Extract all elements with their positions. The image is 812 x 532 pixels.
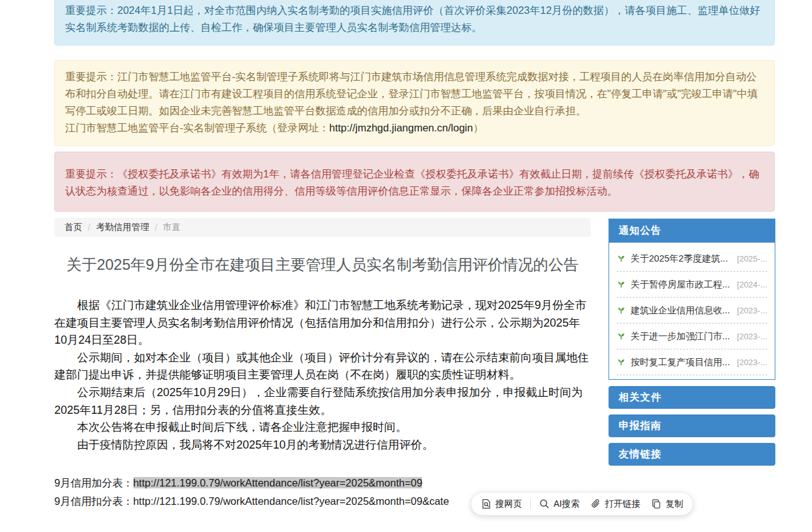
deduct-link-url[interactable]: http://121.199.0.79/workAttendance/list?… (133, 495, 449, 507)
article-paragraph: 由于疫情防控原因，我局将不对2025年10月的考勤情况进行信用评价。 (54, 437, 591, 454)
alert-warning-login-suffix: ） (473, 122, 483, 133)
search-web-label: 搜网页 (495, 499, 522, 510)
bonus-link-label: 9月信用加分表： (54, 477, 133, 488)
sprout-icon (617, 358, 626, 366)
alert-info-text: 重要提示：2024年1月1日起，对全市范围内纳入实名制考勤的项目实施信用评价（首… (65, 4, 760, 33)
open-link-button[interactable]: 打开链接 (590, 499, 640, 510)
bonus-link-row: 9月信用加分表：http://121.199.0.79/workAttendan… (54, 474, 591, 492)
bonus-link-url[interactable]: http://121.199.0.79/workAttendance/list?… (133, 477, 423, 488)
notice-date: [2023-... (737, 358, 767, 367)
deduct-link-label: 9月信用扣分表： (54, 495, 133, 507)
notice-list-item[interactable]: 关于暂停房屋市政工程... [2024-... (617, 272, 767, 298)
link-icon (590, 499, 601, 509)
article-paragraph: 公示期结束后（2025年10月29日），企业需要自行登陆系统按信用加分表申报加分… (54, 384, 591, 419)
alert-warning-text: 重要提示：江门市智慧工地监管平台-实名制管理子系统即将与江门市建筑市场信用信息管… (65, 68, 764, 119)
notice-title: 建筑业企业信用信息收... (631, 305, 734, 317)
notice-list-item[interactable]: 建筑业企业信用信息收... [2023-... (617, 298, 767, 323)
notice-list-item[interactable]: 按时复工复产项目信用... [2023-... (617, 349, 767, 375)
ai-search-label: AI搜索 (554, 499, 579, 510)
notice-list-item[interactable]: 关于2025年2季度建筑... [2025-... (617, 246, 767, 272)
article-paragraph: 公示期间，如对本企业（项目）或其他企业（项目）评价计分有异议的，请在公示结束前向… (54, 349, 591, 384)
alert-warning-login-line: 江门市智慧工地监管平台-实名制管理子系统（登录网址：http://jmzhgd.… (65, 119, 764, 136)
notice-date: [2023-... (737, 306, 767, 315)
notice-date: [2025-... (737, 254, 767, 263)
search-web-button[interactable]: 搜网页 (481, 499, 522, 510)
alert-warning: 重要提示：江门市智慧工地监管平台-实名制管理子系统即将与江门市建筑市场信用信息管… (54, 60, 775, 146)
open-link-label: 打开链接 (605, 499, 640, 510)
notice-date: [2024-... (737, 280, 767, 289)
selection-toolbar: 搜网页 AI搜索 打开链接 复制 (471, 492, 693, 516)
magnifier-icon (539, 499, 550, 509)
alert-danger: 重要提示：《授权委托及承诺书》有效期为1年，请各信用管理登记企业检查《授权委托及… (54, 152, 775, 212)
copy-button[interactable]: 复制 (651, 499, 683, 510)
notice-title: 按时复工复产项目信用... (631, 356, 734, 368)
copy-label: 复制 (665, 499, 683, 510)
sprout-icon (617, 254, 626, 263)
search-page-icon (481, 499, 492, 509)
notice-list-item[interactable]: 关于进一步加强江门市... [2023-... (617, 323, 767, 349)
notice-title: 关于进一步加强江门市... (631, 330, 734, 342)
page: 重要提示：2024年1月1日起，对全市范围内纳入实名制考勤的项目实施信用评价（首… (0, 0, 812, 532)
notice-title: 关于2025年2季度建筑... (631, 253, 734, 265)
alert-info: 重要提示：2024年1月1日起，对全市范围内纳入实名制考勤的项目实施信用评价（首… (54, 0, 775, 45)
breadcrumb: 首页 / 考勤信用管理 / 市直 (54, 218, 591, 237)
alert-warning-login-prefix: 江门市智慧工地监管平台-实名制管理子系统（登录网址： (65, 122, 329, 133)
ai-search-button[interactable]: AI搜索 (539, 499, 579, 510)
sidebar: 通知公告 关于2025年2季度建筑... [2025-... 关于暂停房屋市政工… (609, 219, 775, 466)
article-paragraph: 本次公告将在申报截止时间后下线，请各企业注意把握申报时间。 (54, 419, 591, 437)
page-title: 关于2025年9月份全市在建项目主要管理人员实名制考勤信用评价情况的公告 (54, 253, 591, 277)
breadcrumb-current: 市直 (163, 222, 181, 233)
notice-date: [2023-... (737, 332, 767, 341)
breadcrumb-section[interactable]: 考勤信用管理 (96, 222, 149, 233)
breadcrumb-home[interactable]: 首页 (64, 222, 82, 233)
article-body: 根据《江门市建筑业企业信用管理评价标准》和江门市智慧工地系统考勤记录，现对202… (54, 297, 591, 454)
notice-title: 关于暂停房屋市政工程... (631, 279, 734, 291)
sprout-icon (617, 332, 626, 341)
toolbar-divider (530, 499, 531, 509)
notice-list: 关于2025年2季度建筑... [2025-... 关于暂停房屋市政工程... … (609, 243, 775, 380)
breadcrumb-separator: / (88, 222, 90, 233)
sidebar-item-declare-guide[interactable]: 申报指南 (609, 414, 775, 437)
sidebar-item-related-files[interactable]: 相关文件 (609, 386, 775, 409)
sprout-icon (617, 280, 626, 289)
copy-icon (651, 499, 662, 509)
alert-danger-text: 重要提示：《授权委托及承诺书》有效期为1年，请各信用管理登记企业检查《授权委托及… (65, 168, 759, 196)
sprout-icon (617, 306, 626, 315)
sidebar-item-friend-links[interactable]: 友情链接 (609, 443, 775, 466)
login-url[interactable]: http://jmzhgd.jiangmen.cn/login (329, 122, 473, 133)
breadcrumb-separator: / (155, 222, 157, 233)
article-paragraph: 根据《江门市建筑业企业信用管理评价标准》和江门市智慧工地系统考勤记录，现对202… (54, 297, 591, 349)
notice-board-header: 通知公告 (609, 219, 775, 243)
